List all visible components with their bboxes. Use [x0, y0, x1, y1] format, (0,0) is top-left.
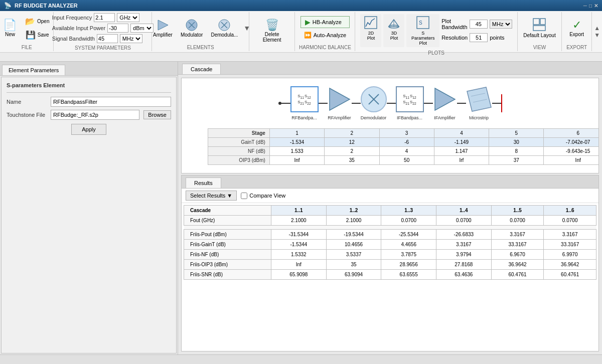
s-param-plot-button[interactable]: S S Parameters Plot: [406, 14, 439, 47]
element-rfamplifier[interactable]: RFAmplifier: [328, 86, 352, 120]
new-button[interactable]: 📄 New: [1, 17, 20, 39]
delete-element-button[interactable]: 🗑️ Delete Element: [254, 17, 290, 45]
ifamplifier-shape: [433, 86, 457, 113]
cascade-tab[interactable]: Cascade: [182, 64, 221, 74]
browse-button[interactable]: Browse: [143, 110, 171, 119]
friis-gaint-row: Friis-GainT (dB) -1.5344 10.4656 4.4656 …: [184, 240, 596, 250]
new-icon: 📄: [3, 19, 17, 32]
default-layout-button[interactable]: Default Layout: [520, 16, 559, 40]
name-label: Name: [7, 99, 47, 105]
name-input[interactable]: [51, 97, 171, 107]
2d-plot-icon: [364, 16, 378, 31]
stage-table: Stage 1 2 3 4 5 6 GainT (dB) -1.534 12 -…: [208, 128, 599, 165]
title-bar: 📡 RF BUDGET ANALYZER ─□✕: [0, 0, 602, 11]
rfbandpass-shape: S11S12 S21S22: [290, 86, 319, 112]
stage-header-row: Stage 1 2 3 4 5 6: [208, 129, 599, 138]
element-params-content: S-parameters Element Name Touchstone Fil…: [1, 77, 177, 353]
signal-bw-input[interactable]: [97, 34, 118, 43]
element-ifbandpass[interactable]: S11S12 S21S22 IFBandpas...: [396, 86, 424, 120]
results-header-row: Cascade 1..1 1..2 1..3 1..4 1..5 1..6: [184, 206, 596, 216]
save-button[interactable]: 💾 Save: [22, 29, 53, 41]
resolution-row: Resolution points: [441, 33, 512, 42]
ribbon-group-view: Default Layout VIEW: [518, 12, 562, 51]
friis-nf-row: Friis-NF (dB) 1.5332 3.5337 3.7875 3.979…: [184, 250, 596, 260]
plot-bandwidth-input[interactable]: [470, 20, 488, 29]
element-microstrip[interactable]: Microstrip: [466, 86, 492, 120]
ribbon-group-system-params: Input Frequency GHzMHz Available Input P…: [54, 12, 152, 51]
window-controls[interactable]: ─□✕: [583, 3, 598, 9]
plot-bandwidth-unit-select[interactable]: MHzGHz: [490, 20, 512, 29]
input-freq-unit-select[interactable]: GHzMHz: [117, 13, 139, 22]
avail-input-power-row: Available Input Power dBmdBW: [52, 24, 154, 33]
compare-view-checkbox[interactable]: [241, 193, 247, 199]
compare-view-label[interactable]: Compare View: [241, 193, 285, 199]
hb-analyze-button[interactable]: ▶ HB-Analyze: [300, 16, 350, 28]
cascade-diagram: S11S12 S21S22 RFBandpa...: [188, 86, 592, 120]
element-rfbandpass[interactable]: S11S12 S21S22 RFBandpa...: [290, 86, 319, 120]
friis-pout-row: Friis-Pout (dBm) -31.5344 -19.5344 -25.5…: [184, 230, 596, 240]
touchstone-label: Touchstone File: [7, 112, 47, 118]
amplifier-button[interactable]: Amplifier: [149, 16, 176, 40]
results-area: Results Select Results ▼ Compare View Ca…: [181, 175, 599, 351]
status-bar: [0, 354, 602, 364]
app-title: RF BUDGET ANALYZER: [15, 3, 78, 9]
element-label-rfamplifier: RFAmplifier: [328, 115, 351, 120]
results-table-container: Cascade 1..1 1..2 1..3 1..4 1..5 1..6 Fo…: [182, 203, 598, 351]
2d-plot-button[interactable]: 2D Plot: [360, 14, 381, 47]
element-ifamplifier[interactable]: IFAmplifier: [433, 86, 457, 120]
name-param-row: Name: [7, 97, 171, 107]
microstrip-shape: [466, 86, 492, 113]
input-freq-label: Input Frequency: [52, 15, 92, 21]
ribbon-scroll-right[interactable]: ▲▼: [592, 12, 602, 51]
s-params-section-title: S-parameters Element: [7, 82, 171, 88]
element-label-ifamplifier: IFAmplifier: [434, 115, 456, 120]
resolution-input[interactable]: [470, 33, 488, 42]
ribbon-group-hb: ▶ HB-Analyze ⏩ Auto-Analyze HARMONIC BAL…: [295, 12, 355, 51]
element-label-microstrip: Microstrip: [469, 115, 489, 120]
3d-plot-button[interactable]: 3D Plot: [383, 14, 404, 47]
ribbon-group-file: 📄 New 📂 Open 💾 Save FI: [0, 12, 54, 51]
svg-marker-15: [330, 88, 350, 110]
element-label-ifbandpass: IFBandpas...: [397, 115, 422, 120]
apply-button[interactable]: Apply: [71, 124, 106, 135]
element-label-demodulator: Demodulator: [361, 115, 387, 120]
ribbon-group-export: ✓ Export EXPORT: [562, 12, 592, 51]
export-icon: ✓: [572, 19, 581, 32]
view-group-label: VIEW: [533, 44, 546, 51]
auto-analyze-button[interactable]: ⏩ Auto-Analyze: [300, 30, 350, 40]
svg-marker-18: [435, 88, 455, 110]
element-demodulator[interactable]: Demodulator: [361, 86, 387, 120]
signal-bw-unit-select[interactable]: MHzGHz: [120, 34, 142, 43]
empty-row-1: [184, 226, 596, 230]
export-button[interactable]: ✓ Export: [566, 17, 587, 39]
s-param-icon: S: [416, 16, 430, 31]
input-terminal: [278, 102, 290, 105]
results-toolbar: Select Results ▼ Compare View: [182, 189, 598, 203]
plots-group-label: PLOTS: [428, 49, 444, 57]
signal-bw-row: Signal Bandwidth MHzGHz: [52, 34, 154, 43]
output-terminal: [492, 94, 502, 112]
element-params-tab[interactable]: Element Parameters: [2, 65, 65, 75]
ifbandpass-shape: S11S12 S21S22: [396, 86, 424, 112]
ribbon-group-elements: Amplifier Modulator: [152, 12, 249, 51]
input-freq-input[interactable]: [94, 13, 115, 22]
demodulator-icon: [217, 18, 231, 32]
cascade-area: S11S12 S21S22 RFBandpa...: [181, 78, 599, 173]
select-results-button[interactable]: Select Results ▼: [186, 191, 237, 201]
amplifier-icon: [156, 18, 170, 32]
main-container: Element Parameters S-parameters Element …: [0, 62, 602, 354]
demodulator-button[interactable]: Demodula...: [207, 16, 241, 40]
ribbon-group-plots: 2D Plot 3D Plot: [355, 12, 517, 51]
oip3-row: OIP3 (dBm) Inf 35 50 Irf 37 Inf: [208, 156, 599, 165]
results-tab[interactable]: Results: [186, 177, 221, 188]
modulator-button[interactable]: Modulator: [177, 16, 206, 40]
sys-params-group-label: SYSTEM PARAMETERS: [75, 44, 131, 52]
app-icon: 📡: [4, 2, 12, 9]
open-button[interactable]: 📂 Open: [22, 15, 53, 28]
ribbon-group-delete: 🗑️ Delete Element: [249, 12, 295, 51]
svg-marker-0: [158, 20, 168, 30]
file-group-label: FILE: [22, 44, 32, 51]
rfamplifier-shape: [328, 86, 352, 113]
avail-input-power-input[interactable]: [107, 24, 128, 33]
touchstone-input[interactable]: [51, 110, 139, 120]
